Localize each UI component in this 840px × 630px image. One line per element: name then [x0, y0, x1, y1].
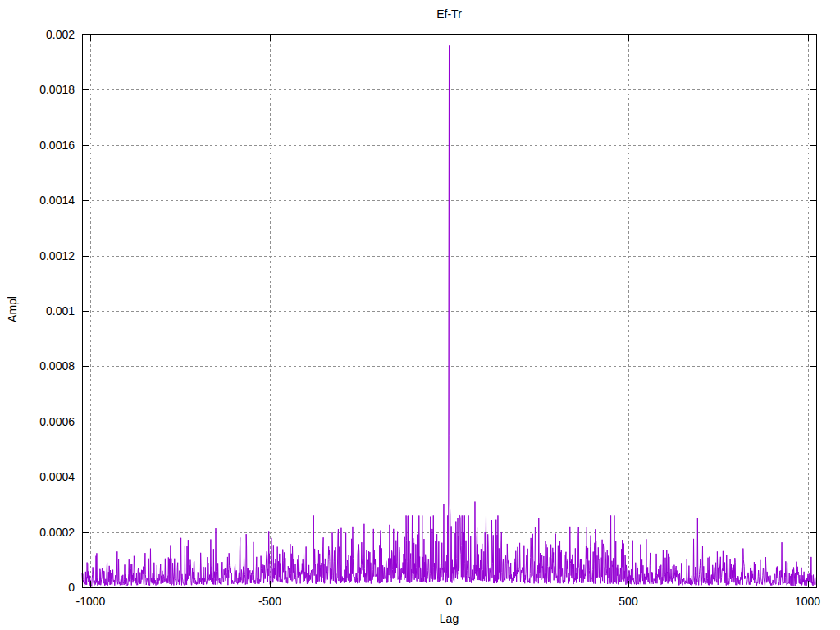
- tick-labels: -1000-5000500100000.00020.00040.00060.00…: [39, 28, 820, 608]
- y-tick-label: 0.0016: [39, 139, 75, 152]
- x-tick-label: 0: [446, 595, 453, 608]
- y-tick-label: 0.0018: [39, 83, 75, 96]
- data-series-line: [82, 45, 816, 586]
- y-tick-label: 0.0012: [39, 249, 75, 262]
- gnuplot-chart: Ef-Tr Ampl Lag -1000-5000500100000.00020…: [0, 0, 840, 630]
- plot-area: -1000-5000500100000.00020.00040.00060.00…: [0, 0, 840, 630]
- y-tick-label: 0.0008: [39, 359, 75, 372]
- y-tick-label: 0: [68, 581, 75, 594]
- y-tick-label: 0.002: [46, 28, 75, 41]
- x-tick-label: -500: [258, 595, 281, 608]
- y-tick-label: 0.001: [46, 304, 75, 317]
- y-tick-label: 0.0006: [39, 415, 75, 428]
- y-tick-label: 0.0002: [39, 526, 75, 539]
- x-tick-label: 1000: [795, 595, 820, 608]
- y-tick-label: 0.0014: [39, 194, 75, 207]
- x-tick-label: -1000: [76, 595, 106, 608]
- y-tick-label: 0.0004: [39, 470, 75, 483]
- x-tick-label: 500: [619, 595, 638, 608]
